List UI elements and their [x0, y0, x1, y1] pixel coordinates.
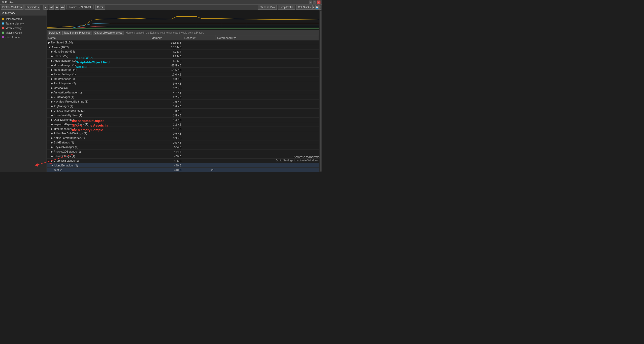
- row-refcount: [183, 150, 216, 154]
- table-row[interactable]: ▶ UnityConnectSettings (1)1.8 KB: [47, 109, 319, 113]
- table-row[interactable]: ▶ TimeManager (1)1.1 KB: [47, 127, 319, 131]
- row-referenced-by: [216, 77, 319, 81]
- legend-dot: [2, 32, 4, 34]
- table-row[interactable]: ▶ NativeFormatImporter (1)0.9 KB: [47, 136, 319, 140]
- row-refcount: [183, 113, 216, 117]
- gather-refs-button[interactable]: Gather object references: [93, 31, 124, 35]
- row-memory: 4.7 KB: [150, 90, 183, 95]
- table-row[interactable]: ▶ TagManager (1)1.8 KB: [47, 104, 319, 109]
- table-row[interactable]: ▶ AnnotationManager (1)4.7 KB: [47, 90, 319, 95]
- row-name: ▶ InspectorExpandedState (1): [47, 122, 150, 127]
- table-row[interactable]: ▶ InputManager (1)10.3 KB: [47, 77, 319, 81]
- row-refcount: [183, 127, 216, 131]
- playmode-dropdown[interactable]: Playmode ▾: [25, 5, 40, 10]
- legend-dot: [2, 22, 4, 24]
- row-name: ▶ PluginImporter (2): [47, 81, 150, 86]
- row-memory: 2.7 KB: [150, 95, 183, 99]
- table-row[interactable]: ▶ EditorSettings (1)460 B: [47, 154, 319, 159]
- graph-section: [47, 10, 319, 30]
- table-row[interactable]: ▶ MonoManager (1)465.5 KB: [47, 63, 319, 68]
- row-memory: 464 B: [150, 150, 183, 154]
- row-refcount: [183, 131, 216, 136]
- clear-button[interactable]: Clear: [95, 5, 105, 10]
- row-name: ▶ QualitySettings (1): [47, 118, 150, 122]
- table-row[interactable]: ▶ NavMeshProjectSettings (1)1.9 KB: [47, 100, 319, 104]
- table-row[interactable]: ▶ PluginImporter (2)9.9 KB: [47, 81, 319, 86]
- table-row[interactable]: ▼ MonoBehaviour (1)440 B: [47, 163, 319, 168]
- title-bar: ⚙ Profiler ─ □ ✕: [0, 0, 322, 5]
- table-row[interactable]: ▶ PlayerSettings (1)13.0 KB: [47, 72, 319, 77]
- legend-items: Total Allocated Texture Memory Mesh Memo…: [0, 16, 47, 40]
- table-row[interactable]: ▶ Not Saved (1180)91.8 MB: [47, 40, 319, 45]
- legend-label: Object Count: [6, 36, 20, 39]
- table-row[interactable]: ▶ Material (3)9.2 KB: [47, 86, 319, 90]
- row-referenced-by: [216, 131, 319, 136]
- row-refcount: 25: [183, 168, 216, 172]
- prev-frame-button[interactable]: ◀: [49, 5, 54, 10]
- help-button[interactable]: ?: [319, 5, 321, 10]
- row-referenced-by: [216, 86, 319, 90]
- take-sample-button[interactable]: Take Sample Playmode: [62, 31, 92, 35]
- row-refcount: [183, 118, 216, 122]
- row-refcount: [183, 40, 216, 45]
- main-toolbar: Profiler Modules ▾ Playmode ▾ ● ◀ ▶ ▶▶ F…: [0, 5, 322, 10]
- maximize-button[interactable]: □: [313, 1, 316, 4]
- row-referenced-by: [216, 72, 319, 77]
- toolbar-sep-1: [42, 5, 42, 9]
- row-refcount: [183, 100, 216, 104]
- row-name: ▶ TimeManager (1): [47, 127, 150, 131]
- minimize-button[interactable]: ─: [309, 1, 312, 4]
- table-row[interactable]: ▶ QualitySettings (1)1.4 KB: [47, 118, 319, 122]
- toolbar-sep-2: [66, 5, 66, 9]
- row-memory: 1.4 KB: [150, 118, 183, 122]
- row-name: ▶ Physics2DSettings (1): [47, 150, 150, 154]
- save-button[interactable]: 💾: [315, 5, 319, 10]
- table-row[interactable]: ▶ Shader (27)2.2 MB: [47, 54, 319, 59]
- table-row[interactable]: ▶ InspectorExpandedState (1)1.2 KB: [47, 122, 319, 127]
- table-row[interactable]: ▶ SceneVisibilityState (1)1.5 KB: [47, 113, 319, 118]
- table-row[interactable]: ▶ VFXManager (1)2.7 KB: [47, 95, 319, 100]
- table-row[interactable]: ▼ Assets (1052)10.6 MB: [47, 45, 319, 50]
- toolbar-sep-3: [94, 5, 94, 9]
- row-referenced-by: [216, 113, 319, 117]
- row-referenced-by: [216, 45, 319, 49]
- row-memory: 0.9 KB: [150, 136, 183, 140]
- record-button[interactable]: ●: [43, 5, 48, 10]
- legend-item: Total Allocated: [0, 17, 47, 21]
- row-name: ▶ Shader (27): [47, 54, 150, 58]
- clear-on-play-button[interactable]: Clear on Play: [258, 5, 277, 10]
- table-row[interactable]: ▶ MonoScript (938)6.7 MB: [47, 50, 319, 54]
- row-memory: 465.5 KB: [150, 63, 183, 67]
- layout-button[interactable]: ⊞: [312, 5, 315, 10]
- row-memory: 1.8 KB: [150, 109, 183, 113]
- detailed-dropdown[interactable]: Detailed ▾: [48, 31, 61, 35]
- row-memory: 91.8 MB: [150, 40, 183, 45]
- last-frame-button[interactable]: ▶▶: [60, 5, 65, 10]
- row-name: ▶ TagManager (1): [47, 104, 150, 108]
- legend-item: Mesh Memory: [0, 26, 47, 30]
- legend-dot: [2, 27, 4, 29]
- table-row[interactable]: ▶ MonoImporter (54)51.5 KB: [47, 68, 319, 72]
- row-referenced-by: [216, 90, 319, 95]
- table-body[interactable]: ▶ Not Saved (1180)91.8 MB▼ Assets (1052)…: [47, 40, 319, 172]
- profiler-modules-dropdown[interactable]: Profiler Modules ▾: [1, 5, 24, 10]
- row-referenced-by: [216, 154, 319, 158]
- close-button[interactable]: ✕: [317, 1, 320, 4]
- row-name: ▼ Assets (1052): [47, 45, 150, 49]
- row-refcount: [183, 86, 216, 90]
- row-referenced-by: [216, 136, 319, 140]
- table-row[interactable]: ▶ AudioManager (1)1.2 MB: [47, 59, 319, 63]
- row-memory: 1.9 KB: [150, 100, 183, 104]
- table-row[interactable]: ▶ Physics2DSettings (1)464 B: [47, 150, 319, 154]
- table-row[interactable]: ▶ EditorUserBuildSettings (1)0.9 KB: [47, 131, 319, 136]
- deep-profile-button[interactable]: Deep Profile: [278, 5, 295, 10]
- row-memory: 6.7 MB: [150, 50, 183, 54]
- table-row[interactable]: ▶ GraphicsSettings (1)456 B: [47, 159, 319, 163]
- next-frame-button[interactable]: ▶: [55, 5, 59, 10]
- table-row[interactable]: testSo440 B25: [47, 168, 319, 172]
- table-row[interactable]: ▶ PhysicsManager (1)504 B: [47, 145, 319, 150]
- call-stacks-button[interactable]: Call Stacks: [296, 5, 312, 10]
- row-refcount: [183, 63, 216, 67]
- row-memory: 1.1 KB: [150, 127, 183, 131]
- table-row[interactable]: ▶ BuildSettings (1)0.5 KB: [47, 140, 319, 145]
